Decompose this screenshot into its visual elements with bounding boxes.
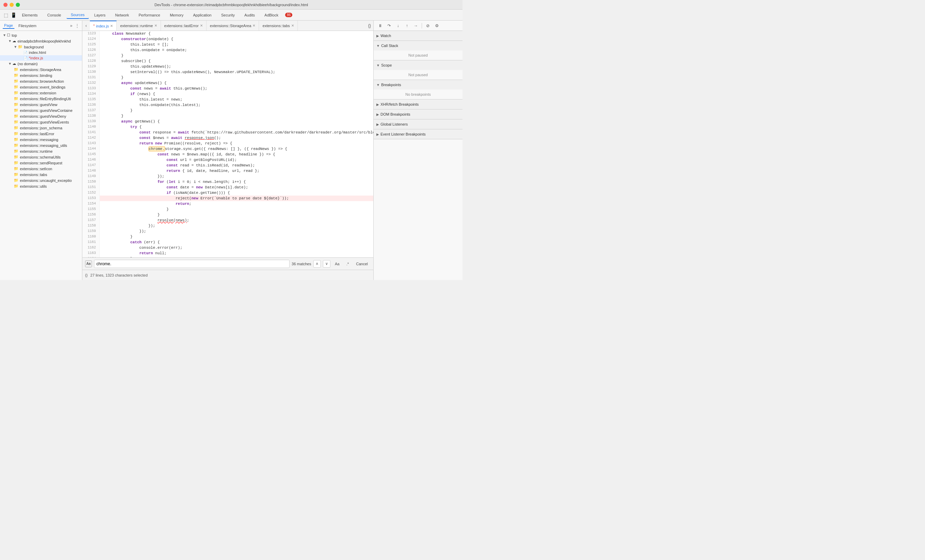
tab-sources[interactable]: Sources (66, 11, 89, 19)
line-number[interactable]: 1141 (82, 130, 99, 135)
line-number[interactable]: 1159 (82, 229, 99, 234)
pause-button[interactable]: ⏸ (377, 22, 384, 30)
tab-performance[interactable]: Performance (134, 12, 164, 18)
search-cancel-button[interactable]: Cancel (353, 261, 371, 266)
tree-item-no-domain[interactable]: ▼ ☁ (no domain) (0, 61, 82, 66)
line-number[interactable]: 1164 (82, 256, 99, 257)
tree-item-index-html[interactable]: ▶ 📄 index.html (0, 50, 82, 55)
line-number[interactable]: 1163 (82, 250, 99, 256)
tab-adblock[interactable]: AdBlock (261, 12, 282, 18)
dom-breakpoints-header[interactable]: ▶ DOM Breakpoints (374, 110, 462, 119)
tree-item-top[interactable]: ▼ ☐ top (0, 32, 82, 38)
close-tab-last-error[interactable]: ✕ (200, 24, 203, 27)
tree-item-guest-view[interactable]: 📁 extensions::guestView (0, 102, 82, 107)
tab-security[interactable]: Security (217, 12, 239, 18)
close-tab-tabs[interactable]: ✕ (291, 24, 294, 27)
line-number[interactable]: 1134 (82, 91, 99, 97)
settings-button[interactable]: ⚙ (433, 22, 441, 30)
breakpoints-header[interactable]: ▼ Breakpoints (374, 80, 462, 90)
xhr-breakpoints-header[interactable]: ▶ XHR/fetch Breakpoints (374, 99, 462, 109)
tree-item-uncaught[interactable]: 📁 extensions::uncaught_exceptio (0, 178, 82, 183)
line-number[interactable]: 1154 (82, 201, 99, 206)
tab-elements[interactable]: Elements (18, 12, 42, 18)
tab-console[interactable]: Console (43, 12, 65, 18)
line-number[interactable]: 1125 (82, 42, 99, 47)
line-number[interactable]: 1156 (82, 212, 99, 218)
event-listener-breakpoints-header[interactable]: ▶ Event Listener Breakpoints (374, 129, 462, 139)
code-editor[interactable]: 1123 class Newsmaker {1124 constructor(o… (82, 31, 373, 257)
line-number[interactable]: 1157 (82, 218, 99, 223)
maximize-button[interactable] (16, 3, 20, 7)
tree-item-guest-view-events[interactable]: 📁 extensions::guestViewEvents (0, 119, 82, 125)
tree-item-tabs[interactable]: 📁 extensions::tabs (0, 172, 82, 178)
editor-tab-tabs[interactable]: extensions::tabs ✕ (259, 21, 298, 31)
line-number[interactable]: 1138 (82, 113, 99, 119)
editor-tab-storage-area[interactable]: extensions::StorageArea ✕ (206, 21, 259, 31)
line-number[interactable]: 1130 (82, 69, 99, 75)
line-number[interactable]: 1162 (82, 245, 99, 250)
tree-item-binding[interactable]: 📁 extensions::binding (0, 72, 82, 78)
line-number[interactable]: 1124 (82, 36, 99, 42)
tree-item-last-error[interactable]: 📁 extensions::lastError (0, 131, 82, 137)
search-prev-button[interactable]: ∧ (313, 260, 321, 268)
line-number[interactable]: 1133 (82, 86, 99, 91)
step-over-button[interactable]: ↷ (385, 22, 393, 30)
tree-item-json-schema[interactable]: 📁 extensions::json_schema (0, 125, 82, 131)
line-number[interactable]: 1139 (82, 119, 99, 124)
line-number[interactable]: 1136 (82, 102, 99, 108)
tree-item-guest-view-container[interactable]: 📁 extensions::guestViewContaine (0, 107, 82, 113)
line-number[interactable]: 1140 (82, 124, 99, 130)
tab-network[interactable]: Network (111, 12, 133, 18)
tree-item-browser-action[interactable]: 📁 extensions::browserAction (0, 78, 82, 84)
tab-audits[interactable]: Audits (240, 12, 259, 18)
line-number[interactable]: 1146 (82, 157, 99, 163)
tree-item-guest-view-deny[interactable]: 📁 extensions::guestViewDeny (0, 113, 82, 119)
line-number[interactable]: 1161 (82, 239, 99, 245)
tree-item-file-entry[interactable]: 📁 extensions::fileEntryBindingUti (0, 96, 82, 102)
line-number[interactable]: 1148 (82, 168, 99, 174)
line-number[interactable]: 1150 (82, 179, 99, 185)
scope-header[interactable]: ▼ Scope (374, 60, 462, 70)
line-number[interactable]: 1128 (82, 58, 99, 64)
tree-item-extension[interactable]: 📁 extensions::extension (0, 90, 82, 96)
step-button[interactable]: → (412, 22, 420, 30)
regex-button[interactable]: .* (344, 261, 351, 267)
line-number[interactable]: 1131 (82, 75, 99, 80)
line-number[interactable]: 1151 (82, 185, 99, 190)
line-number[interactable]: 1123 (82, 31, 99, 36)
step-into-button[interactable]: ↓ (394, 22, 402, 30)
tree-item-messaging[interactable]: 📁 extensions::messaging (0, 137, 82, 142)
line-number[interactable]: 1126 (82, 47, 99, 53)
tree-item-set-icon[interactable]: 📁 extensions::setIcon (0, 166, 82, 172)
tree-item-send-request[interactable]: 📁 extensions::sendRequest (0, 160, 82, 166)
tree-item-schema-utils[interactable]: 📁 extensions::schemaUtils (0, 154, 82, 160)
line-number[interactable]: 1158 (82, 223, 99, 229)
search-next-button[interactable]: ∨ (323, 260, 330, 268)
tab-memory[interactable]: Memory (166, 12, 188, 18)
line-number[interactable]: 1142 (82, 135, 99, 141)
device-icon[interactable]: 📱 (10, 12, 17, 18)
close-tab-runtime[interactable]: ✕ (154, 24, 157, 27)
deactivate-breakpoints-button[interactable]: ⊘ (424, 22, 432, 30)
tree-item-event-bindings[interactable]: 📁 extensions::event_bindings (0, 84, 82, 90)
global-listeners-header[interactable]: ▶ Global Listeners (374, 119, 462, 129)
close-tab-index-js[interactable]: ✕ (110, 24, 113, 28)
line-number[interactable]: 1135 (82, 97, 99, 102)
format-icon[interactable]: {} (366, 22, 373, 30)
line-number[interactable]: 1155 (82, 206, 99, 212)
tree-item-background[interactable]: ▼ 📁 background (0, 44, 82, 50)
tab-layers[interactable]: Layers (90, 12, 110, 18)
line-number[interactable]: 1160 (82, 234, 99, 239)
panel-menu-icon[interactable]: ⋮ (75, 23, 79, 28)
line-number[interactable]: 1143 (82, 141, 99, 146)
editor-tab-last-error[interactable]: extensions::lastError ✕ (161, 21, 206, 31)
line-number[interactable]: 1145 (82, 152, 99, 157)
line-number[interactable]: 1152 (82, 190, 99, 196)
line-number[interactable]: 1127 (82, 53, 99, 58)
tree-item-origin[interactable]: ▼ ☁ eimadpbcbfnmbkopoojfekhnkhd (0, 38, 82, 44)
tab-filesystem[interactable]: Filesystem (17, 23, 38, 29)
inspect-icon[interactable]: ⬚ (3, 12, 9, 18)
prev-tab-button[interactable]: ‹ (82, 22, 90, 30)
line-number[interactable]: 1137 (82, 108, 99, 113)
editor-tab-runtime[interactable]: extensions::runtime ✕ (117, 21, 161, 31)
